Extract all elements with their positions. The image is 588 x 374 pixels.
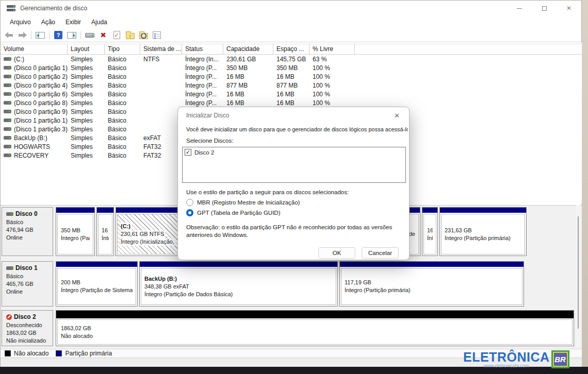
volume-icon	[4, 110, 11, 113]
disk-name-row: Disco 1	[6, 264, 53, 271]
console-tree-button[interactable]	[34, 29, 46, 41]
table-row[interactable]: (Disco 0 partição 4)SimplesBásicoÍntegro…	[1, 81, 582, 90]
legend-swatch-nao-alocado	[5, 350, 11, 356]
column-header-status[interactable]: Status	[182, 44, 223, 54]
volume-icon	[4, 154, 11, 157]
column-header-sistema-de[interactable]: Sistema de ...	[140, 44, 182, 54]
cell-layout: Simples	[68, 56, 105, 63]
disk-listbox[interactable]: ✓ Disco 2	[182, 147, 406, 183]
cell-layout: Simples	[68, 143, 105, 150]
gpt-radio-icon[interactable]	[186, 209, 193, 216]
partition-text-line: 348,38 GB exFAT	[144, 283, 333, 291]
disk-label-disco-2[interactable]: Disco 2Desconhecido1863,02 GBNão inicial…	[2, 310, 53, 346]
cell-volume: (C:)	[1, 56, 68, 63]
disk-label-disco-0[interactable]: Disco 0Básico476,94 GBOnline	[2, 207, 53, 256]
table-row[interactable]: (Disco 0 partição 1)SimplesBásicoÍntegro…	[1, 63, 582, 72]
back-arrow-button[interactable]	[3, 29, 15, 41]
menu-item-acao[interactable]: Ação	[36, 17, 60, 27]
partition-text-line: Não alocado	[61, 332, 569, 340]
column-header-livre[interactable]: % Livre	[309, 44, 355, 54]
partition-text-line: Íntegro (Inicialização,	[121, 238, 176, 246]
task-check-icon: ✓	[113, 31, 120, 39]
cell-layout: Simples	[68, 117, 105, 124]
task-check-button[interactable]: ✓	[110, 29, 123, 41]
partition[interactable]: 200 MBÍntegro (Partição de Sistema	[56, 261, 138, 307]
cell-volume: (Disco 0 partição 8)	[1, 99, 68, 107]
toolbar-separator	[80, 31, 81, 39]
disk2-checkbox[interactable]: ✓	[185, 149, 191, 156]
minimize-button[interactable]	[507, 1, 532, 16]
disk-drive-icon	[6, 212, 13, 216]
cell-tipo: Básico	[105, 56, 140, 63]
volume-icon	[4, 127, 11, 131]
partition-type-bar	[56, 311, 574, 318]
ok-button[interactable]: OK	[318, 247, 355, 259]
delete-volume-button[interactable]: ✖	[97, 29, 109, 41]
partition[interactable]: 1863,02 GBNão alocado	[56, 310, 574, 346]
disk-pane-scrollbar[interactable]	[576, 205, 580, 348]
table-row[interactable]: (Disco 0 partição 8)SimplesBásicoÍntegro…	[1, 98, 582, 107]
column-header-espaco[interactable]: Espaço ...	[273, 44, 309, 54]
disk-label-disco-1[interactable]: Disco 1Básico465,76 GBOnline	[2, 261, 53, 307]
disk-name: Disco 0	[15, 210, 38, 217]
partition[interactable]: 231,63 GBÍntegro (Partição primária)	[439, 207, 527, 256]
partition-body: 350 MBÍntegro (Par	[57, 214, 93, 254]
partition[interactable]: 16 NÍnte	[422, 207, 438, 256]
cell-status: Íntegro (P...	[182, 99, 223, 107]
folder-up-button[interactable]: ↑	[124, 29, 136, 41]
volume-name: (Disco 0 partição 1)	[14, 64, 68, 72]
gpt-radio-option[interactable]: GPT (Tabela de Partição GUID)	[186, 209, 281, 216]
menu-item-arquivo[interactable]: Arquivo	[5, 17, 36, 27]
forward-arrow-button[interactable]	[16, 29, 28, 41]
action-pane-button[interactable]	[66, 29, 78, 41]
partition-text-line: 117,19 GB	[345, 279, 519, 286]
disk-name-row: Disco 2	[6, 313, 53, 320]
device-button[interactable]	[84, 29, 96, 41]
cancel-button[interactable]: Cancelar	[362, 247, 399, 259]
maximize-button[interactable]	[532, 1, 557, 16]
partition[interactable]: 16 MÍnte	[96, 207, 114, 256]
partition[interactable]: BackUp (B:)348,38 GB exFATÍntegro (Parti…	[139, 261, 338, 307]
table-row[interactable]: (Disco 0 partição 6)SimplesBásicoÍntegro…	[1, 90, 582, 98]
table-row[interactable]: (C:)SimplesBásicoNTFSÍntegro (In...230,6…	[1, 55, 582, 63]
menubar: ArquivoAçãoExibirAjuda	[1, 16, 581, 28]
dialog-close-button[interactable]: ✕	[392, 111, 402, 121]
help-button[interactable]: ?	[52, 29, 64, 41]
column-header-volume[interactable]: Volume	[1, 44, 68, 54]
table-row[interactable]: (Disco 0 partição 2)SimplesBásicoÍntegro…	[1, 72, 582, 81]
cell-status: Íntegro (P...	[182, 73, 223, 80]
mbr-radio-option[interactable]: MBR (Registro Mestre de Inicialização)	[186, 199, 300, 206]
select-disks-label: Selecione Discos:	[186, 138, 233, 144]
watermark-chip-logo: BR	[551, 350, 569, 368]
disk-name-row: Disco 0	[6, 210, 53, 217]
disk2-item-label: Disco 2	[194, 149, 214, 156]
partition-text-line: Íntegro (Partição de Sistema	[61, 286, 133, 294]
column-header-layout[interactable]: Layout	[68, 44, 105, 54]
partition-body: 16 MÍnte	[98, 214, 112, 254]
watermark-text: ELETRÔNICA www.eletronicabr.com	[463, 351, 550, 368]
checklist-button[interactable]	[151, 29, 163, 41]
partition-text-line: Íntegro (Partição primária)	[445, 234, 521, 242]
watermark-brand: ELETRÔNICA	[463, 351, 550, 364]
menu-item-exibir[interactable]: Exibir	[60, 17, 86, 27]
cell-layout: Simples	[68, 91, 105, 98]
cell-tipo: Básico	[105, 91, 140, 98]
column-header-tipo[interactable]: Tipo	[105, 44, 140, 54]
cell-capacidade: 350 MB	[223, 64, 273, 72]
window-title: Gerenciamento de disco	[20, 5, 87, 12]
disk-list-item[interactable]: ✓ Disco 2	[185, 149, 403, 156]
dialog-note: Observação: o estilo da partição GPT não…	[186, 224, 410, 239]
action-pane-icon	[67, 32, 76, 39]
column-header-capacidade[interactable]: Capacidade	[223, 44, 273, 54]
table-header: VolumeLayoutTipoSistema de ...StatusCapa…	[1, 44, 582, 55]
partition-text-line: Íntegro (Partição de Dados Básica)	[144, 291, 333, 298]
menu-item-ajuda[interactable]: Ajuda	[86, 17, 112, 27]
partition[interactable]: 117,19 GBÍntegro (Partição primária)	[339, 261, 524, 307]
folder-search-button[interactable]	[137, 29, 150, 41]
close-button[interactable]: ✕	[557, 1, 581, 16]
watermark: ELETRÔNICA www.eletronicabr.com BR	[463, 350, 569, 368]
mbr-radio-icon[interactable]	[186, 199, 193, 206]
partition[interactable]: 350 MBÍntegro (Par	[56, 207, 95, 256]
scrollbar-thumb[interactable]	[578, 216, 579, 329]
disk-info-line: Online	[6, 234, 53, 242]
